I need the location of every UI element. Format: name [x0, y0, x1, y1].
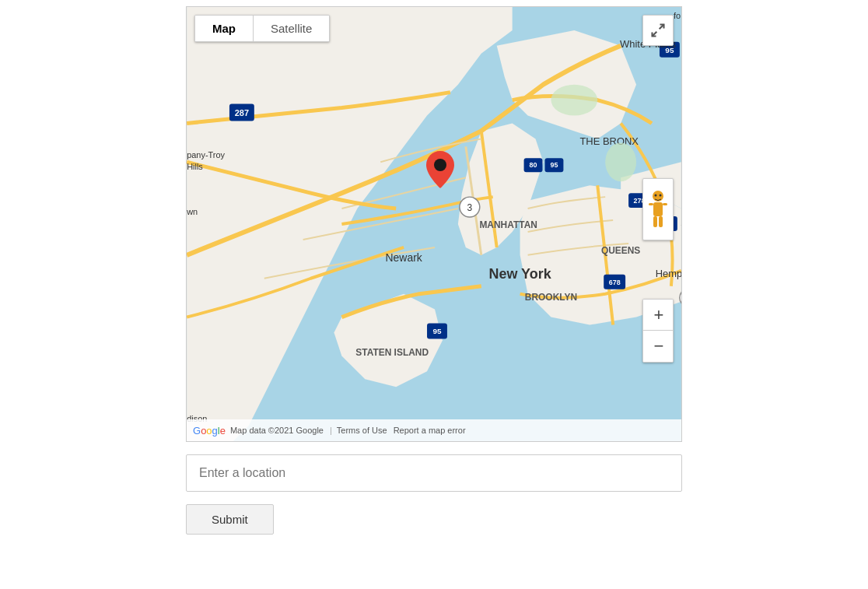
location-input[interactable] [186, 454, 682, 492]
svg-text:wn: wn [187, 207, 198, 216]
svg-text:QUEENS: QUEENS [601, 245, 640, 256]
map-container: 287 95 80 95 278 678 295 3 27 [186, 6, 682, 442]
svg-point-52 [655, 194, 657, 196]
terms-of-use-link[interactable]: Terms of Use [337, 426, 387, 435]
svg-rect-51 [659, 216, 663, 227]
svg-text:THE BRONX: THE BRONX [579, 135, 639, 147]
zoom-controls: + − [642, 299, 674, 363]
report-map-error-link[interactable]: Report a map error [394, 426, 466, 435]
google-o1: o [201, 425, 206, 436]
map-type-controls: Map Satellite [194, 15, 330, 42]
fullscreen-button[interactable] [642, 15, 674, 46]
svg-text:678: 678 [609, 279, 621, 286]
svg-text:Hempstead: Hempstead [656, 268, 681, 279]
svg-point-43 [605, 142, 636, 181]
svg-text:STATEN ISLAND: STATEN ISLAND [355, 347, 429, 358]
page-container: 287 95 80 95 278 678 295 3 27 [0, 0, 868, 535]
pipe-divider: | [330, 426, 332, 435]
svg-text:fo: fo [674, 11, 681, 20]
svg-text:3: 3 [467, 202, 473, 213]
svg-text:MANHATTAN: MANHATTAN [479, 219, 537, 230]
google-g2: g [212, 425, 218, 436]
google-o2: o [206, 425, 212, 436]
svg-text:BROOKLYN: BROOKLYN [525, 292, 577, 303]
svg-point-53 [660, 194, 662, 196]
svg-point-46 [653, 191, 663, 202]
google-g: G [193, 425, 201, 436]
zoom-in-button[interactable]: + [643, 300, 674, 331]
map-pin [426, 151, 454, 188]
svg-rect-48 [649, 203, 653, 205]
zoom-out-button[interactable]: − [643, 331, 674, 362]
submit-button[interactable]: Submit [186, 504, 274, 535]
map-footer: G o o g l e Map data ©2021 Google | Term… [187, 419, 681, 441]
svg-text:287: 287 [235, 108, 249, 117]
submit-wrapper: Submit [186, 504, 682, 535]
svg-rect-47 [653, 202, 663, 216]
svg-text:95: 95 [432, 327, 442, 335]
svg-text:Newark: Newark [386, 251, 422, 264]
svg-text:pany-Troy: pany-Troy [187, 150, 225, 160]
satellite-view-button[interactable]: Satellite [254, 16, 329, 41]
svg-text:95: 95 [550, 161, 558, 169]
map-data-text: Map data ©2021 Google [230, 426, 324, 435]
svg-text:80: 80 [530, 161, 537, 169]
svg-rect-50 [653, 216, 657, 227]
svg-text:Hills: Hills [187, 162, 203, 171]
pegman-control[interactable] [642, 178, 674, 240]
svg-text:New York: New York [489, 266, 551, 282]
svg-point-42 [551, 85, 597, 116]
svg-point-54 [434, 159, 446, 171]
google-e: e [220, 425, 226, 436]
google-logo: G o o g l e [193, 425, 226, 436]
svg-rect-49 [663, 203, 667, 205]
location-input-wrapper [186, 454, 682, 492]
map-view-button[interactable]: Map [195, 16, 254, 41]
